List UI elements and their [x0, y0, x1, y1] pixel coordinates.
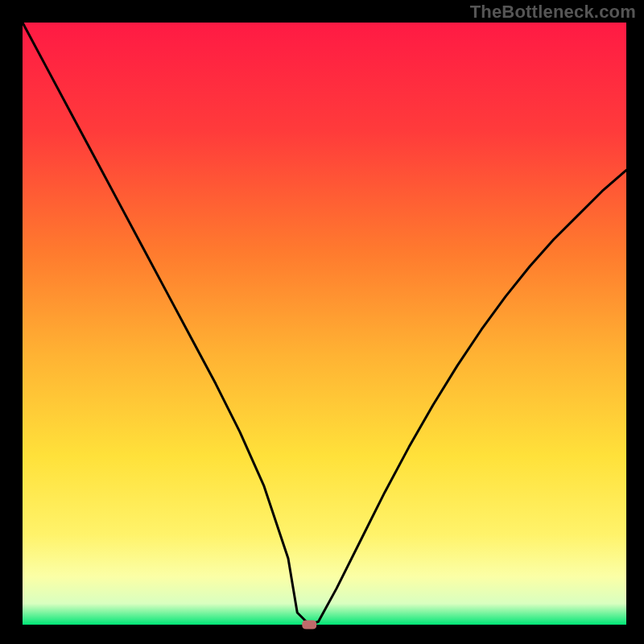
watermark-text: TheBottleneck.com: [470, 2, 636, 23]
bottleneck-chart: [0, 0, 644, 644]
